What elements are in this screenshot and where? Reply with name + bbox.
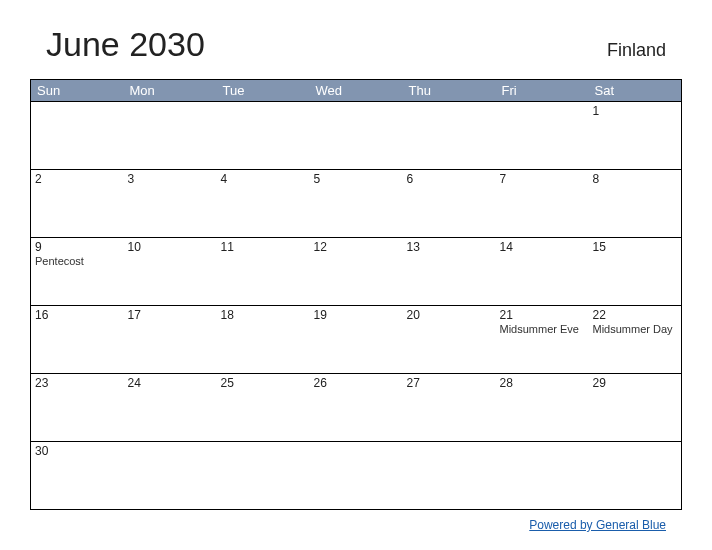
day-cell xyxy=(217,442,310,510)
day-number: 20 xyxy=(407,308,492,322)
day-cell xyxy=(403,102,496,170)
weekday-thu: Thu xyxy=(403,80,496,102)
day-cell: 20 xyxy=(403,306,496,374)
day-cell xyxy=(310,442,403,510)
calendar-table: Sun Mon Tue Wed Thu Fri Sat 1 2 3 4 5 6 … xyxy=(30,79,682,510)
day-cell: 3 xyxy=(124,170,217,238)
day-cell xyxy=(496,442,589,510)
day-cell: 29 xyxy=(589,374,682,442)
region-label: Finland xyxy=(607,40,666,61)
day-cell xyxy=(217,102,310,170)
day-cell: 5 xyxy=(310,170,403,238)
day-number: 17 xyxy=(128,308,213,322)
weekday-header-row: Sun Mon Tue Wed Thu Fri Sat xyxy=(31,80,682,102)
day-number: 11 xyxy=(221,240,306,254)
day-cell: 10 xyxy=(124,238,217,306)
day-cell: 26 xyxy=(310,374,403,442)
day-number: 5 xyxy=(314,172,399,186)
day-cell: 18 xyxy=(217,306,310,374)
day-cell: 14 xyxy=(496,238,589,306)
day-number: 15 xyxy=(593,240,678,254)
day-cell xyxy=(403,442,496,510)
day-cell: 24 xyxy=(124,374,217,442)
weekday-sat: Sat xyxy=(589,80,682,102)
day-cell: 2 xyxy=(31,170,124,238)
day-number: 16 xyxy=(35,308,120,322)
day-number: 8 xyxy=(593,172,678,186)
day-cell: 22Midsummer Day xyxy=(589,306,682,374)
day-event: Midsummer Eve xyxy=(500,323,585,335)
day-number: 26 xyxy=(314,376,399,390)
day-cell: 21Midsummer Eve xyxy=(496,306,589,374)
weekday-mon: Mon xyxy=(124,80,217,102)
day-number: 6 xyxy=(407,172,492,186)
day-cell: 12 xyxy=(310,238,403,306)
day-number: 1 xyxy=(593,104,678,118)
day-number: 12 xyxy=(314,240,399,254)
week-row: 9Pentecost 10 11 12 13 14 15 xyxy=(31,238,682,306)
day-cell xyxy=(31,102,124,170)
day-cell: 6 xyxy=(403,170,496,238)
day-event: Pentecost xyxy=(35,255,120,267)
day-number: 28 xyxy=(500,376,585,390)
day-number: 21 xyxy=(500,308,585,322)
day-cell: 13 xyxy=(403,238,496,306)
day-cell: 28 xyxy=(496,374,589,442)
week-row: 16 17 18 19 20 21Midsummer Eve 22Midsumm… xyxy=(31,306,682,374)
day-number: 19 xyxy=(314,308,399,322)
day-event: Midsummer Day xyxy=(593,323,678,335)
day-cell: 4 xyxy=(217,170,310,238)
day-cell: 17 xyxy=(124,306,217,374)
day-cell: 19 xyxy=(310,306,403,374)
day-cell xyxy=(124,442,217,510)
day-number: 14 xyxy=(500,240,585,254)
day-cell: 1 xyxy=(589,102,682,170)
day-cell: 7 xyxy=(496,170,589,238)
calendar-body: 1 2 3 4 5 6 7 8 9Pentecost 10 11 12 13 1… xyxy=(31,102,682,510)
day-cell: 9Pentecost xyxy=(31,238,124,306)
day-cell: 25 xyxy=(217,374,310,442)
powered-by-link[interactable]: Powered by General Blue xyxy=(529,518,666,532)
day-cell: 8 xyxy=(589,170,682,238)
week-row: 30 xyxy=(31,442,682,510)
day-number: 24 xyxy=(128,376,213,390)
day-number: 13 xyxy=(407,240,492,254)
day-number: 30 xyxy=(35,444,120,458)
day-cell xyxy=(589,442,682,510)
week-row: 1 xyxy=(31,102,682,170)
day-number: 2 xyxy=(35,172,120,186)
day-cell: 23 xyxy=(31,374,124,442)
day-cell: 16 xyxy=(31,306,124,374)
day-cell: 27 xyxy=(403,374,496,442)
day-number: 10 xyxy=(128,240,213,254)
weekday-tue: Tue xyxy=(217,80,310,102)
week-row: 2 3 4 5 6 7 8 xyxy=(31,170,682,238)
day-cell xyxy=(496,102,589,170)
weekday-fri: Fri xyxy=(496,80,589,102)
calendar-header: June 2030 Finland xyxy=(30,25,682,64)
day-number: 18 xyxy=(221,308,306,322)
day-number: 23 xyxy=(35,376,120,390)
day-number: 3 xyxy=(128,172,213,186)
footer: Powered by General Blue xyxy=(30,515,682,533)
day-number: 29 xyxy=(593,376,678,390)
day-number: 4 xyxy=(221,172,306,186)
day-cell xyxy=(310,102,403,170)
day-number: 22 xyxy=(593,308,678,322)
day-cell: 11 xyxy=(217,238,310,306)
day-number: 27 xyxy=(407,376,492,390)
weekday-wed: Wed xyxy=(310,80,403,102)
page-title: June 2030 xyxy=(46,25,205,64)
day-number: 7 xyxy=(500,172,585,186)
day-cell: 15 xyxy=(589,238,682,306)
week-row: 23 24 25 26 27 28 29 xyxy=(31,374,682,442)
day-number: 9 xyxy=(35,240,120,254)
day-cell: 30 xyxy=(31,442,124,510)
day-number: 25 xyxy=(221,376,306,390)
weekday-sun: Sun xyxy=(31,80,124,102)
day-cell xyxy=(124,102,217,170)
